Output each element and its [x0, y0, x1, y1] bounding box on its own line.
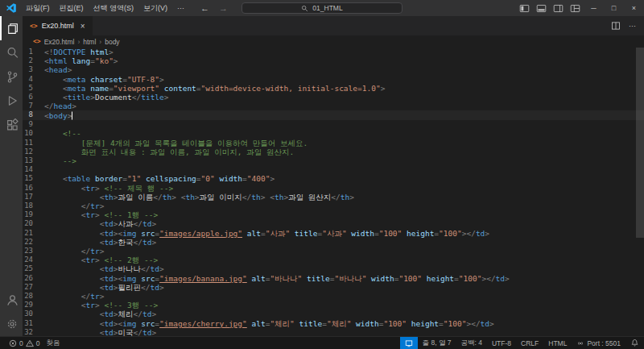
menu-file[interactable]: 파일(F): [21, 0, 55, 16]
code-line[interactable]: 7</head>: [23, 102, 644, 110]
line-number: 21: [23, 229, 33, 238]
line-content: </tr>: [33, 292, 104, 301]
code-line[interactable]: 2<html lang="ko">: [23, 56, 644, 65]
line-content: </head>: [33, 102, 76, 110]
line-content: <html lang="ko">: [33, 56, 118, 65]
activity-bar: [0, 16, 23, 336]
line-number: 7: [23, 102, 33, 110]
code-line[interactable]: 32 <td>미국</td>: [23, 328, 644, 336]
code-line[interactable]: 19 <tr> <!-- 1행 -->: [23, 210, 644, 219]
line-col-indicator[interactable]: 줄 8, 열 7: [418, 337, 456, 349]
line-number: 4: [23, 75, 33, 84]
code-line[interactable]: 27 <td>필리핀</td>: [23, 283, 644, 292]
eol-indicator[interactable]: CRLF: [516, 337, 543, 349]
breadcrumb-item-file[interactable]: Ex20.html: [44, 38, 75, 46]
code-line[interactable]: 21 <td><img src="images/apple.jpg" alt="…: [23, 229, 644, 238]
problems-indicator[interactable]: 0 0: [6, 337, 43, 349]
line-number: 26: [23, 274, 33, 283]
line-content: <tr> <!-- 1행 -->: [33, 210, 158, 219]
line-number: 10: [23, 129, 33, 138]
menu-view[interactable]: 보기(V): [138, 0, 172, 16]
code-line[interactable]: 29 <tr> <!-- 3행 -->: [23, 301, 644, 310]
line-number: 12: [23, 147, 33, 156]
code-line[interactable]: 13 -->: [23, 156, 644, 165]
code-line[interactable]: 20 <td>사과</td>: [23, 219, 644, 228]
close-icon[interactable]: ×: [624, 0, 644, 16]
explorer-icon[interactable]: [0, 16, 23, 40]
minimize-icon[interactable]: ─: [584, 0, 604, 16]
code-line[interactable]: 16 <tr> <!-- 제목 행 -->: [23, 184, 644, 193]
customize-layout-icon[interactable]: [567, 0, 584, 16]
code-line[interactable]: 12 화면 표시 내용 : 과일 이름, 과일 이미지, 과일 원산지.: [23, 147, 644, 156]
code-line[interactable]: 31 <td><img src="images/cherry.jpg" alt=…: [23, 319, 644, 328]
code-line[interactable]: 4 <meta charset="UTF-8">: [23, 75, 644, 84]
forward-arrow-icon[interactable]: →: [219, 3, 228, 13]
indent-indicator[interactable]: 공백: 4: [456, 337, 487, 349]
menu-edit[interactable]: 편집(E): [55, 0, 89, 16]
toggle-sidebar-icon[interactable]: [516, 0, 533, 16]
code-line[interactable]: 30 <td>체리</td>: [23, 310, 644, 318]
code-line[interactable]: 24 <tr> <!-- 2행 -->: [23, 256, 644, 264]
status-info-label[interactable]: 찾음: [43, 337, 63, 349]
code-line[interactable]: 9: [23, 120, 644, 129]
line-content: <td>체리</td>: [33, 310, 156, 318]
line-content: <td>필리핀</td>: [33, 283, 164, 292]
code-line[interactable]: 26 <td><img src="images/banana.jpg" alt=…: [23, 274, 644, 283]
code-line[interactable]: 18 </tr>: [23, 202, 644, 210]
code-lines: 1<!DOCTYPE html>2<html lang="ko">3<head>…: [23, 48, 644, 336]
line-number: 29: [23, 301, 33, 310]
command-center-search[interactable]: 01_HTML: [242, 2, 402, 14]
search-sidebar-icon[interactable]: [0, 40, 23, 64]
code-line[interactable]: 5 <meta name="viewport" content="width=d…: [23, 84, 644, 93]
code-line[interactable]: 1<!DOCTYPE html>: [23, 48, 644, 56]
tab-ex20-html[interactable]: <> Ex20.html ×: [23, 16, 93, 35]
toggle-panel-icon[interactable]: [533, 0, 550, 16]
editor-column: <> Ex20.html × ··· <> Ex20.html › html ›…: [23, 16, 644, 336]
code-line[interactable]: 28 </tr>: [23, 292, 644, 301]
code-line[interactable]: 22 <td>한국</td>: [23, 238, 644, 247]
code-editor[interactable]: 1<!DOCTYPE html>2<html lang="ko">3<head>…: [23, 48, 644, 336]
more-actions-icon[interactable]: ···: [629, 22, 636, 30]
code-line[interactable]: 14: [23, 165, 644, 174]
tab-actions: ···: [611, 16, 644, 35]
line-number: 20: [23, 219, 33, 228]
tab-close-icon[interactable]: ×: [80, 22, 85, 31]
live-server-port[interactable]: Port : 5501: [572, 337, 625, 349]
line-number: 15: [23, 174, 33, 183]
extensions-icon[interactable]: [0, 113, 23, 137]
line-content: <title>Document</title>: [33, 93, 169, 102]
settings-gear-icon[interactable]: [0, 312, 23, 336]
status-bar: 0 0 찾음 줄 8, 열 7 공백: 4 UTF-8 CRLF HTML Po…: [0, 336, 644, 349]
account-icon[interactable]: [0, 288, 23, 312]
breadcrumb-item-html[interactable]: html: [83, 38, 96, 46]
code-line[interactable]: 25 <td>바나나</td>: [23, 264, 644, 273]
back-arrow-icon[interactable]: ←: [200, 3, 209, 13]
code-line[interactable]: 8<body>: [23, 110, 644, 120]
code-line[interactable]: 6 <title>Document</title>: [23, 93, 644, 102]
code-line[interactable]: 15 <table border="1" cellspacing="0" wid…: [23, 174, 644, 183]
chevron-right-icon: ›: [99, 38, 101, 46]
remote-indicator[interactable]: [400, 337, 418, 349]
language-indicator[interactable]: HTML: [543, 337, 572, 349]
code-line[interactable]: 23 </tr>: [23, 247, 644, 256]
maximize-icon[interactable]: □: [604, 0, 624, 16]
run-debug-icon[interactable]: [0, 89, 23, 113]
code-line[interactable]: 11 [문제] 4개의 과일 목록을 테이블을 이용하여 만들어 보세요.: [23, 139, 644, 147]
code-line[interactable]: 3<head>: [23, 65, 644, 74]
split-editor-icon[interactable]: [611, 21, 621, 31]
code-line[interactable]: 17 <th>과일 이름</th> <th>과일 이미지</th> <th>과일…: [23, 193, 644, 202]
editor-scrollbar[interactable]: [636, 48, 644, 336]
toggle-secondary-sidebar-icon[interactable]: [550, 0, 567, 16]
menu-overflow[interactable]: ···: [172, 0, 189, 16]
notifications-bell-icon[interactable]: [625, 337, 644, 349]
encoding-indicator[interactable]: UTF-8: [487, 337, 516, 349]
line-content: -->: [33, 156, 76, 165]
line-content: <td>한국</td>: [33, 238, 156, 247]
source-control-icon[interactable]: [0, 64, 23, 89]
line-number: 14: [23, 165, 33, 174]
breadcrumb-item-body[interactable]: body: [105, 38, 119, 46]
code-line[interactable]: 10 <!--: [23, 129, 644, 138]
line-content: <meta charset="UTF-8">: [33, 75, 164, 84]
scrollbar-thumb[interactable]: [636, 48, 644, 238]
menu-selection[interactable]: 선택 영역(S): [89, 0, 139, 16]
